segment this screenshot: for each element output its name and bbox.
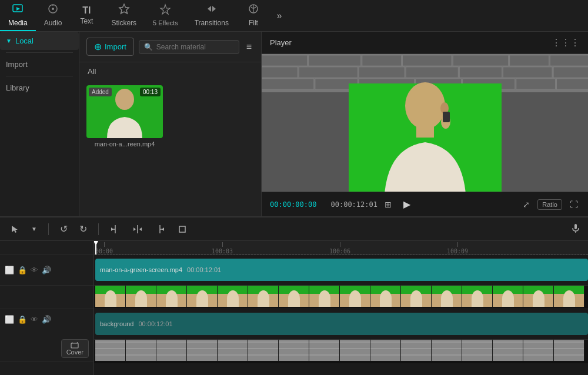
thumb-item <box>523 286 554 307</box>
ruler-tick-3: 100:09 <box>447 242 468 255</box>
track1-eye-icon[interactable]: 👁 <box>31 266 38 274</box>
svg-point-8 <box>115 89 134 110</box>
undo-button[interactable]: ↺ <box>57 222 71 236</box>
nav-item-text[interactable]: TI Text <box>70 0 103 31</box>
import-button[interactable]: ⊕ Import <box>86 38 134 56</box>
brick-thumb <box>95 340 126 361</box>
media-thumbnail-0[interactable]: Added 00:13 <box>86 85 163 138</box>
player-title: Player <box>270 38 292 47</box>
thumb-item <box>218 286 248 307</box>
player-menu-icon[interactable]: ⋮⋮⋮ <box>552 37 580 48</box>
local-label: Local <box>15 36 34 45</box>
fullscreen-icon[interactable]: ⛶ <box>568 198 580 211</box>
cursor-tool-button[interactable] <box>7 223 22 236</box>
track-controls: ⬜ 🔒 👁 🔊 ⬜ 🔒 👁 🔊 Cover <box>0 241 94 375</box>
thumb-item <box>462 286 493 307</box>
transitions-icon <box>206 3 218 18</box>
ruler-spacer <box>0 241 93 255</box>
thumb-item <box>370 286 401 307</box>
track1-lock-icon[interactable]: 🔒 <box>18 266 27 274</box>
filter-icon <box>248 3 259 18</box>
svg-rect-24 <box>262 79 314 89</box>
search-box[interactable]: 🔍 <box>139 40 239 54</box>
cover-label: Cover <box>66 349 83 356</box>
nav-filter-label: Filt <box>249 19 258 27</box>
library-label: Library <box>6 83 29 92</box>
track-2-row[interactable]: background 00:00:12:01 <box>94 309 588 340</box>
arrow-icon: ▼ <box>6 38 12 44</box>
svg-rect-29 <box>516 79 556 89</box>
main-area: ▼ Local Import Library ⊕ Import 🔍 ≡ All <box>0 32 588 216</box>
track-1-clip[interactable]: man-on-a-green-screen.mp4 00:00:12:01 <box>95 259 588 281</box>
svg-rect-21 <box>459 67 502 78</box>
svg-rect-13 <box>403 55 452 66</box>
thumb-item <box>493 286 523 307</box>
track2-eye-icon[interactable]: 👁 <box>31 315 38 324</box>
track2-screen-icon[interactable]: ⬜ <box>5 315 14 324</box>
svg-marker-40 <box>139 227 142 231</box>
crop-button[interactable] <box>174 222 191 236</box>
svg-rect-23 <box>553 67 588 78</box>
import-plus-icon: ⊕ <box>94 41 102 52</box>
track-2-thumb-strip <box>95 340 588 363</box>
brick-thumb <box>370 340 401 361</box>
nav-effects-label: 5 Effects <box>153 19 178 26</box>
track-2-thumbs-row <box>94 340 588 363</box>
nav-item-audio[interactable]: Audio <box>36 0 71 31</box>
svg-rect-12 <box>362 55 402 66</box>
nav-item-media[interactable]: Media <box>0 0 36 31</box>
nav-stickers-label: Stickers <box>111 19 136 27</box>
nav-item-transitions[interactable]: Transitions <box>186 0 237 31</box>
sidebar-item-local[interactable]: ▼ Local <box>0 32 79 50</box>
svg-rect-18 <box>299 67 358 78</box>
media-icon <box>12 3 24 18</box>
track2-audio-icon[interactable]: 🔊 <box>42 315 51 324</box>
sidebar-divider <box>6 52 73 53</box>
split-start-button[interactable] <box>107 222 123 236</box>
track-1-row[interactable]: man-on-a-green-screen.mp4 00:00:12:01 <box>94 255 588 286</box>
track2-lock-icon[interactable]: 🔒 <box>18 315 27 324</box>
toolbar-sep-2 <box>98 223 99 235</box>
content-menu-button[interactable]: ≡ <box>244 39 254 55</box>
media-item-0: Added 00:13 man-on-a...reen.mp4 <box>86 85 163 212</box>
mic-button[interactable] <box>570 223 581 235</box>
track-2-clip[interactable]: background 00:00:12:01 <box>95 313 588 335</box>
grid-icon[interactable]: ⊞ <box>385 200 392 209</box>
svg-rect-10 <box>262 55 308 66</box>
nav-media-label: Media <box>8 19 28 27</box>
fullscreen-fit-icon[interactable]: ⤢ <box>521 198 532 211</box>
content-filter-all[interactable]: All <box>79 62 261 81</box>
split-end-button[interactable] <box>152 222 168 236</box>
thumb-item <box>248 286 279 307</box>
brick-thumb <box>156 340 187 361</box>
nav-more-button[interactable]: » <box>270 0 289 31</box>
time-current: 00:00:00:00 <box>270 200 316 209</box>
timeline-tracks[interactable]: 00:00 100:03 100:06 100:09 <box>94 241 588 375</box>
svg-rect-17 <box>262 67 298 78</box>
sidebar-item-library[interactable]: Library <box>0 79 79 97</box>
sidebar-divider-2 <box>6 76 73 76</box>
toolbar-sep-1 <box>48 223 49 235</box>
nav-item-stickers[interactable]: Stickers <box>103 0 145 31</box>
timeline-area: ⬜ 🔒 👁 🔊 ⬜ 🔒 👁 🔊 Cover <box>0 241 588 375</box>
sidebar-item-import[interactable]: Import <box>0 55 79 73</box>
ratio-button[interactable]: Ratio <box>537 199 562 210</box>
redo-button[interactable]: ↻ <box>76 222 90 236</box>
play-button[interactable]: ▶ <box>399 196 415 213</box>
cover-button[interactable]: Cover <box>61 339 89 358</box>
thumb-item <box>432 286 462 307</box>
svg-rect-19 <box>359 67 405 78</box>
track1-clip-duration: 00:00:12:01 <box>187 266 221 273</box>
track1-screen-icon[interactable]: ⬜ <box>5 266 14 274</box>
search-input[interactable] <box>156 43 234 51</box>
cursor-dropdown[interactable]: ▼ <box>28 224 40 234</box>
track1-audio-icon[interactable]: 🔊 <box>42 266 51 274</box>
playhead[interactable] <box>95 241 96 255</box>
left-sidebar: ▼ Local Import Library <box>0 32 79 216</box>
search-icon: 🔍 <box>144 43 153 51</box>
timeline-ruler: 00:00 100:03 100:06 100:09 <box>94 241 588 255</box>
thumb-item <box>340 286 370 307</box>
nav-item-effects[interactable]: 5 Effects <box>145 0 186 31</box>
split-button[interactable] <box>129 222 146 236</box>
nav-item-filter[interactable]: Filt <box>237 0 270 31</box>
